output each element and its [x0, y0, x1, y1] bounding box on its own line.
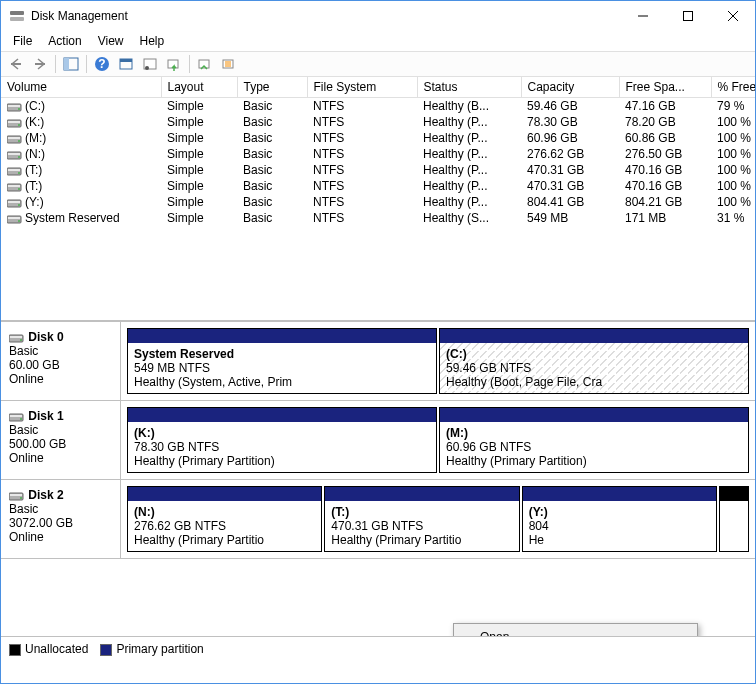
- svg-rect-41: [8, 201, 20, 203]
- drive-icon: [7, 133, 23, 145]
- col-free[interactable]: Free Spa...: [619, 77, 711, 98]
- refresh-button[interactable]: [115, 53, 137, 75]
- table-row[interactable]: (C:)SimpleBasicNTFSHealthy (B...59.46 GB…: [1, 98, 755, 115]
- svg-rect-29: [8, 137, 20, 139]
- svg-point-54: [20, 497, 22, 499]
- partition[interactable]: (K:)78.30 GB NTFSHealthy (Primary Partit…: [127, 407, 437, 473]
- menu-bar: File Action View Help: [1, 31, 755, 51]
- svg-point-15: [145, 66, 149, 70]
- svg-point-36: [18, 172, 20, 174]
- properties-button[interactable]: [139, 53, 161, 75]
- menu-view[interactable]: View: [92, 32, 130, 50]
- svg-rect-26: [8, 121, 20, 123]
- drive-icon: [9, 332, 25, 344]
- disk-label[interactable]: Disk 0Basic60.00 GBOnline: [1, 322, 121, 400]
- svg-rect-3: [683, 12, 692, 21]
- svg-point-42: [18, 204, 20, 206]
- partition[interactable]: (N:)276.62 GB NTFSHealthy (Primary Parti…: [127, 486, 322, 552]
- svg-rect-50: [10, 415, 22, 417]
- col-type[interactable]: Type: [237, 77, 307, 98]
- close-button[interactable]: [710, 1, 755, 31]
- svg-rect-44: [8, 217, 20, 219]
- svg-point-51: [20, 418, 22, 420]
- svg-rect-23: [8, 105, 20, 107]
- svg-rect-6: [11, 63, 21, 65]
- svg-rect-7: [35, 63, 45, 65]
- partition[interactable]: (T:)470.31 GB NTFSHealthy (Primary Parti…: [324, 486, 519, 552]
- graphical-view[interactable]: Disk 0Basic60.00 GBOnlineSystem Reserved…: [1, 321, 755, 637]
- drive-icon: [9, 490, 25, 502]
- partition[interactable]: System Reserved549 MB NTFSHealthy (Syste…: [127, 328, 437, 394]
- action1-button[interactable]: [163, 53, 185, 75]
- svg-point-33: [18, 156, 20, 158]
- drive-icon: [7, 197, 23, 209]
- svg-rect-53: [10, 494, 22, 496]
- partition[interactable]: (Y:)804He: [522, 486, 717, 552]
- table-row[interactable]: (N:)SimpleBasicNTFSHealthy (P...276.62 G…: [1, 146, 755, 162]
- unallocated-space[interactable]: [719, 486, 749, 552]
- drive-icon: [9, 411, 25, 423]
- app-icon: [9, 8, 25, 24]
- drive-icon: [7, 213, 23, 225]
- svg-text:?: ?: [98, 57, 105, 71]
- volume-list[interactable]: Volume Layout Type File System Status Ca…: [1, 77, 755, 321]
- svg-point-45: [18, 220, 20, 222]
- svg-point-24: [18, 108, 20, 110]
- partition[interactable]: (M:)60.96 GB NTFSHealthy (Primary Partit…: [439, 407, 749, 473]
- volume-header-row[interactable]: Volume Layout Type File System Status Ca…: [1, 77, 755, 98]
- help-button[interactable]: ?: [91, 53, 113, 75]
- drive-icon: [7, 181, 23, 193]
- menu-help[interactable]: Help: [134, 32, 171, 50]
- table-row[interactable]: (Y:)SimpleBasicNTFSHealthy (P...804.41 G…: [1, 194, 755, 210]
- back-button[interactable]: [5, 53, 27, 75]
- action3-button[interactable]: [218, 53, 240, 75]
- disk-label[interactable]: Disk 1Basic500.00 GBOnline: [1, 401, 121, 479]
- maximize-button[interactable]: [665, 1, 710, 31]
- forward-button[interactable]: [29, 53, 51, 75]
- table-row[interactable]: (K:)SimpleBasicNTFSHealthy (P...78.30 GB…: [1, 114, 755, 130]
- title-bar: Disk Management: [1, 1, 755, 31]
- table-row[interactable]: (T:)SimpleBasicNTFSHealthy (P...470.31 G…: [1, 162, 755, 178]
- svg-point-30: [18, 140, 20, 142]
- svg-point-27: [18, 124, 20, 126]
- disk-row: Disk 1Basic500.00 GBOnline(K:)78.30 GB N…: [1, 401, 755, 480]
- menu-action[interactable]: Action: [42, 32, 87, 50]
- action2-button[interactable]: [194, 53, 216, 75]
- col-capacity[interactable]: Capacity: [521, 77, 619, 98]
- drive-icon: [7, 165, 23, 177]
- legend: Unallocated Primary partition: [1, 637, 755, 661]
- col-fs[interactable]: File System: [307, 77, 417, 98]
- svg-point-39: [18, 188, 20, 190]
- table-row[interactable]: (T:)SimpleBasicNTFSHealthy (P...470.31 G…: [1, 178, 755, 194]
- col-volume[interactable]: Volume: [1, 77, 161, 98]
- legend-unallocated: Unallocated: [9, 642, 88, 656]
- svg-point-48: [20, 339, 22, 341]
- ctx-open[interactable]: Open: [456, 626, 695, 637]
- table-row[interactable]: System ReservedSimpleBasicNTFSHealthy (S…: [1, 210, 755, 226]
- window-title: Disk Management: [31, 9, 620, 23]
- svg-rect-32: [8, 153, 20, 155]
- show-hide-button[interactable]: [60, 53, 82, 75]
- col-pct[interactable]: % Free: [711, 77, 755, 98]
- svg-rect-47: [10, 336, 22, 338]
- legend-primary: Primary partition: [100, 642, 203, 656]
- disk-row: Disk 2Basic3072.00 GBOnline(N:)276.62 GB…: [1, 480, 755, 559]
- col-layout[interactable]: Layout: [161, 77, 237, 98]
- table-row[interactable]: (M:)SimpleBasicNTFSHealthy (P...60.96 GB…: [1, 130, 755, 146]
- svg-rect-0: [10, 11, 24, 15]
- disk-row: Disk 0Basic60.00 GBOnlineSystem Reserved…: [1, 321, 755, 401]
- toolbar: ?: [1, 51, 755, 77]
- svg-rect-13: [120, 59, 132, 62]
- drive-icon: [7, 149, 23, 161]
- drive-icon: [7, 117, 23, 129]
- context-menu: Open Explore Mark Partition as Active Ch…: [453, 623, 698, 637]
- col-status[interactable]: Status: [417, 77, 521, 98]
- drive-icon: [7, 101, 23, 113]
- svg-rect-9: [64, 58, 69, 70]
- disk-label[interactable]: Disk 2Basic3072.00 GBOnline: [1, 480, 121, 558]
- menu-file[interactable]: File: [7, 32, 38, 50]
- minimize-button[interactable]: [620, 1, 665, 31]
- svg-rect-35: [8, 169, 20, 171]
- svg-rect-1: [10, 17, 24, 21]
- partition[interactable]: (C:)59.46 GB NTFSHealthy (Boot, Page Fil…: [439, 328, 749, 394]
